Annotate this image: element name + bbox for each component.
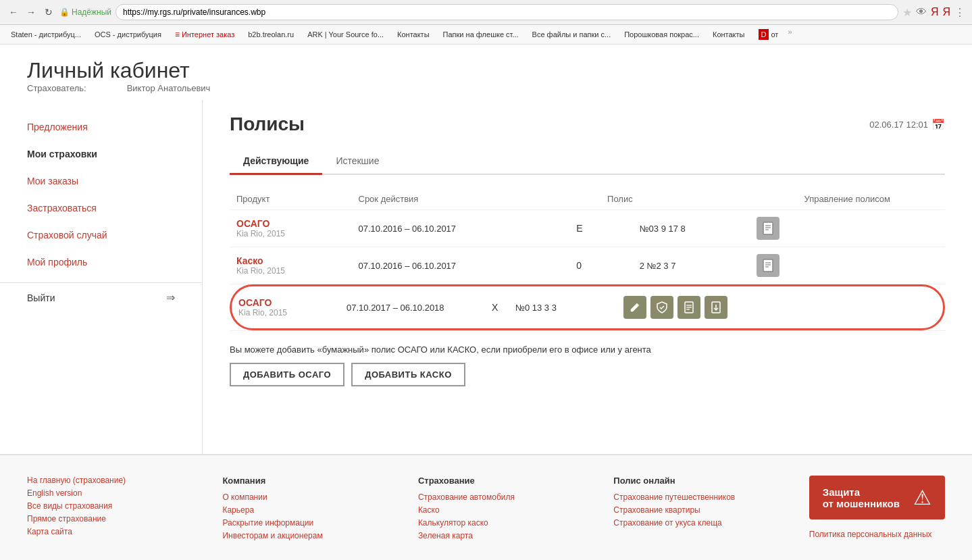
action-icons-highlighted [623, 296, 936, 319]
policy-name: ОСАГО [238, 297, 333, 308]
footer-col-insurance: Страхование Страхование автомобиля Каско… [418, 476, 586, 544]
policy-actions-cell [617, 289, 943, 326]
sidebar-item-zastrahovatsya[interactable]: Застраховаться [0, 195, 202, 222]
policy-dates-cell: 07.10.2016 – 06.10.2017 [352, 247, 570, 284]
insurer-name: Виктор Анатольевич [127, 83, 211, 93]
forward-button[interactable]: → [24, 5, 38, 19]
fraud-banner-title: Защита [823, 486, 900, 498]
footer-company-title: Компания [222, 476, 390, 486]
col-series [633, 188, 750, 210]
insurer-label: Страхователь: [27, 83, 86, 93]
bookmark-contacts1[interactable]: Контакты [393, 28, 434, 41]
sidebar-item-predlozheniya[interactable]: Предложения [0, 113, 202, 141]
bookmark-powder[interactable]: Порошковая покрас... [620, 28, 703, 41]
logout-label: Выйти [27, 292, 55, 303]
fraud-banner-subtitle: от мошенников [823, 498, 900, 509]
back-button[interactable]: ← [7, 5, 20, 19]
logout-arrow-icon: ⇒ [166, 291, 175, 304]
eye-icon[interactable]: 👁 [916, 6, 927, 18]
add-info-text: Вы можете добавить «бумажный» полис ОСАГ… [230, 345, 945, 355]
footer-link-home[interactable]: На главную (страхование) [27, 476, 195, 485]
bookmark-staten[interactable]: Staten - дистрибуц... [7, 28, 85, 41]
policy-product-cell: ОСАГО Kia Rio, 2015 [232, 289, 340, 326]
star-icon[interactable]: ★ [902, 6, 912, 19]
footer-link-kasko[interactable]: Каско [418, 505, 586, 515]
download-icon[interactable] [705, 296, 727, 319]
bookmark-allfiles[interactable]: Все файлы и папки с... [528, 28, 615, 41]
footer-link-travel[interactable]: Страхование путешественников [613, 492, 782, 502]
page-title: Личный кабинет [27, 58, 945, 83]
footer-link-career[interactable]: Карьера [222, 505, 390, 515]
add-osago-button[interactable]: ДОБАВИТЬ ОСАГО [230, 363, 344, 386]
edit-icon[interactable] [623, 296, 646, 319]
footer-link-about[interactable]: О компании [222, 492, 390, 502]
bookmark-ocs[interactable]: OCS - дистрибуция [91, 28, 165, 41]
policies-table: Продукт Срок действия Полис Управление п… [230, 188, 945, 331]
policies-table-wrapper: Продукт Срок действия Полис Управление п… [230, 188, 945, 331]
sidebar-item-sluchay[interactable]: Страховой случай [0, 222, 202, 249]
add-kasko-button[interactable]: ДОБАВИТЬ КАСКО [351, 363, 465, 386]
footer-link-privacy[interactable]: Политика персональных данных [809, 530, 932, 539]
col-dates: Срок действия [352, 188, 570, 210]
footer-link-calculator[interactable]: Калькулятор каско [418, 518, 586, 528]
document-icon[interactable] [757, 217, 779, 240]
col-product: Продукт [230, 188, 352, 210]
footer-link-sitemap[interactable]: Карта сайта [27, 527, 195, 536]
bookmark-ark[interactable]: ARK | Your Source fo... [303, 28, 388, 41]
sidebar-item-zakazy[interactable]: Мои заказы [0, 168, 202, 195]
policy-number-cell: №03 9 17 8 [633, 210, 750, 247]
site-header: Личный кабинет Страхователь: Виктор Анат… [0, 45, 972, 100]
bookmark-folders[interactable]: Папки на флешке ст... [439, 28, 523, 41]
footer-link-disclosure[interactable]: Раскрытие информации [222, 518, 390, 528]
policy-product-cell: Каско Kia Rio, 2015 [230, 247, 352, 284]
bookmark-b2b[interactable]: b2b.treolan.ru [244, 28, 298, 41]
footer-link-direct[interactable]: Прямое страхование [27, 514, 195, 524]
col-management: Управление полисом [750, 188, 945, 210]
policy-car: Kia Rio, 2015 [238, 308, 333, 317]
bookmark-from[interactable]: D от [754, 28, 783, 41]
content-datetime: 02.06.17 12:01 📅 [869, 118, 945, 131]
policy-name: Каско [236, 255, 345, 266]
document-icon[interactable] [677, 296, 700, 319]
tab-expired[interactable]: Истекшие [322, 149, 392, 175]
bookmarks-bar: Staten - дистрибуц... OCS - дистрибуция … [0, 25, 972, 45]
calendar-icon: 📅 [931, 118, 945, 131]
footer-link-greencard[interactable]: Зеленая карта [418, 531, 586, 540]
sidebar: Предложения Мои страховки Мои заказы Зас… [0, 100, 203, 454]
action-icons [757, 254, 938, 277]
footer-link-investors[interactable]: Инвесторам и акционерам [222, 531, 390, 540]
url-bar[interactable] [116, 4, 898, 20]
menu-icon[interactable]: ⋮ [954, 6, 965, 19]
content-area: Полисы 02.06.17 12:01 📅 Действующие Исте… [203, 100, 972, 454]
tab-active[interactable]: Действующие [230, 149, 322, 175]
sidebar-item-strakhovki[interactable]: Мои страховки [0, 141, 202, 168]
svg-rect-4 [763, 259, 773, 272]
policy-name: ОСАГО [236, 218, 345, 229]
content-header: Полисы 02.06.17 12:01 📅 [230, 113, 945, 135]
footer-link-auto[interactable]: Страхование автомобиля [418, 492, 586, 502]
sidebar-item-profil[interactable]: Мой профиль [0, 249, 202, 276]
logout-button[interactable]: Выйти ⇒ [0, 282, 202, 312]
action-icons [757, 217, 938, 240]
policy-car: Kia Rio, 2015 [236, 266, 345, 276]
footer-link-english[interactable]: English version [27, 488, 195, 498]
footer-link-apartment[interactable]: Страхование квартиры [613, 505, 782, 515]
policy-actions-cell [750, 210, 945, 247]
shield-icon[interactable] [650, 296, 673, 319]
bookmarks-more[interactable]: » [788, 28, 792, 41]
policy-dates-cell: 07.10.2017 – 06.10.2018 [340, 289, 488, 326]
fraud-banner[interactable]: Защита от мошенников ⚠ [809, 476, 945, 519]
footer-online-title: Полис онлайн [613, 476, 782, 486]
browser-bar: ← → ↻ 🔒 Надёжный ★ 👁 Я Я ⋮ [0, 0, 972, 25]
fraud-warning-icon: ⚠ [913, 486, 931, 509]
document-icon[interactable] [757, 254, 779, 277]
footer-link-tick[interactable]: Страхование от укуса клеща [613, 518, 782, 528]
policy-car: Kia Rio, 2015 [236, 229, 345, 238]
refresh-button[interactable]: ↻ [42, 5, 55, 19]
footer-link-allinsurance[interactable]: Все виды страхования [27, 501, 195, 511]
security-indicator: 🔒 Надёжный [59, 7, 111, 17]
policy-dates-cell: 07.10.2016 – 06.10.2017 [352, 210, 570, 247]
policy-series-cell: 0 [569, 247, 632, 284]
bookmark-contacts2[interactable]: Контакты [709, 28, 749, 41]
bookmark-internet[interactable]: ≡ Интернет заказ [171, 28, 238, 41]
